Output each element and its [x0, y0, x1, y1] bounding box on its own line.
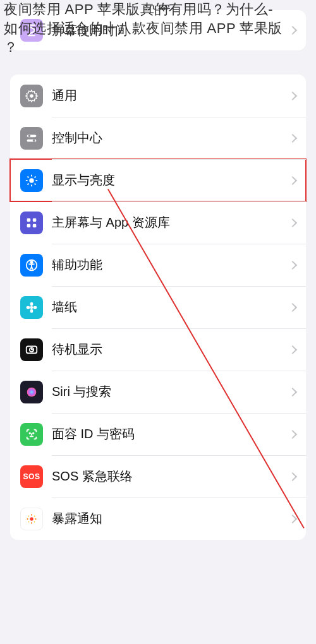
row-label: SOS 紧急联络 [52, 468, 289, 485]
row-label: Siri 与搜索 [52, 383, 289, 400]
row-standby[interactable]: 待机显示 [10, 328, 306, 371]
chevron-right-icon [288, 429, 297, 438]
chevron-right-icon [288, 218, 297, 227]
chevron-right-icon [288, 133, 297, 142]
row-homescreen[interactable]: 主屏幕与 App 资源库 [10, 201, 306, 244]
svg-point-19 [30, 261, 32, 263]
row-label: 待机显示 [52, 341, 289, 358]
flower-icon [20, 296, 43, 319]
svg-point-36 [35, 518, 36, 519]
row-label: 控制中心 [52, 129, 289, 146]
row-sos[interactable]: SOS SOS 紧急联络 [10, 455, 306, 498]
row-label: 通用 [52, 87, 289, 104]
svg-point-33 [31, 514, 32, 515]
chevron-right-icon [288, 387, 297, 396]
svg-line-11 [35, 183, 36, 184]
svg-rect-17 [33, 224, 37, 227]
svg-line-12 [27, 183, 28, 184]
siri-icon [20, 381, 43, 403]
faceid-icon [20, 423, 43, 446]
row-faceid[interactable]: 面容 ID 与密码 [10, 413, 306, 455]
gear-icon [20, 85, 43, 107]
row-accessibility[interactable]: 辅助功能 [10, 244, 306, 286]
svg-line-13 [35, 176, 36, 177]
row-general[interactable]: 通用 [10, 75, 306, 117]
svg-point-20 [30, 306, 33, 309]
svg-point-24 [33, 306, 37, 309]
chevron-right-icon [288, 514, 297, 523]
svg-point-35 [27, 518, 28, 519]
row-wallpaper[interactable]: 墙纸 [10, 286, 306, 328]
row-label: 主屏幕与 App 资源库 [52, 214, 289, 231]
svg-rect-15 [33, 218, 37, 222]
row-exposure[interactable]: 暴露通知 [10, 498, 306, 540]
row-control-center[interactable]: 控制中心 [10, 117, 306, 159]
toggles-icon [20, 127, 43, 150]
svg-point-0 [30, 94, 33, 98]
chevron-right-icon [288, 302, 297, 311]
svg-rect-14 [27, 218, 31, 222]
svg-point-30 [30, 432, 30, 433]
screen-time-label: 屏幕使用时间 [52, 22, 289, 39]
row-siri[interactable]: Siri 与搜索 [10, 371, 306, 413]
chevron-right-icon [288, 345, 297, 354]
clock-icon [20, 338, 43, 361]
chevron-right-icon [288, 26, 297, 35]
svg-point-31 [33, 432, 33, 433]
svg-line-10 [27, 176, 28, 177]
row-label: 显示与亮度 [52, 172, 289, 189]
hourglass-icon [20, 19, 43, 42]
brightness-icon [20, 169, 43, 192]
svg-point-21 [30, 302, 33, 306]
svg-point-4 [33, 139, 35, 141]
svg-point-38 [34, 515, 35, 516]
chevron-right-icon [288, 91, 297, 100]
svg-point-22 [30, 309, 33, 313]
row-label: 面容 ID 与密码 [52, 426, 289, 443]
svg-point-29 [27, 387, 37, 397]
chevron-right-icon [288, 472, 297, 480]
sos-icon: SOS [20, 465, 43, 488]
grid-icon [20, 212, 43, 234]
exposure-icon [20, 508, 43, 530]
svg-point-40 [34, 521, 35, 522]
row-label: 墙纸 [52, 299, 289, 316]
svg-point-23 [27, 306, 30, 309]
svg-point-37 [28, 515, 30, 516]
svg-point-34 [31, 522, 32, 523]
svg-point-3 [28, 134, 31, 137]
row-label: 暴露通知 [52, 510, 289, 527]
row-display[interactable]: 显示与亮度 [10, 159, 306, 201]
settings-list: 通用 控制中心 显示与亮度 主屏幕与 App 资源库 辅助功能 墙纸 [10, 75, 306, 540]
svg-point-32 [30, 517, 33, 521]
screen-time-row[interactable]: 屏幕使用时间 [10, 10, 306, 51]
chevron-right-icon [288, 260, 297, 269]
chevron-right-icon [288, 176, 297, 184]
svg-point-5 [29, 178, 33, 182]
row-label: 辅助功能 [52, 256, 289, 273]
accessibility-icon [20, 254, 43, 277]
svg-rect-16 [27, 224, 31, 227]
svg-point-39 [28, 521, 30, 522]
